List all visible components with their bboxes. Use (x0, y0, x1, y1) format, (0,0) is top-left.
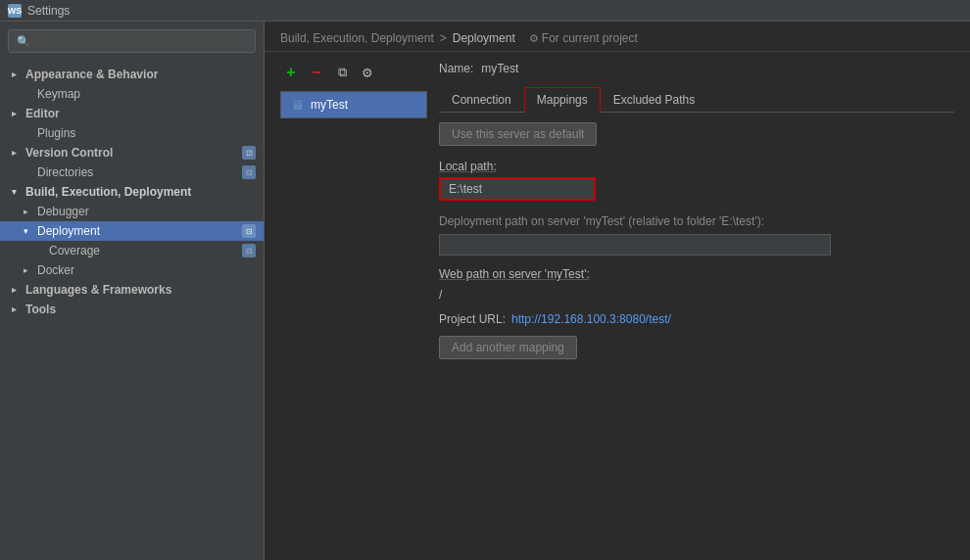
content-panel: Build, Execution, Deployment > Deploymen… (265, 22, 970, 560)
for-project-label: ⚙ For current project (529, 31, 638, 45)
chevron-icon: ▾ (24, 226, 33, 236)
sidebar-item-build-exec-deploy[interactable]: ▾ Build, Execution, Deployment (0, 182, 264, 202)
gear-icon: ⚙ (529, 32, 539, 45)
badge-icon: ⊡ (242, 244, 256, 257)
tab-mappings[interactable]: Mappings (524, 87, 601, 113)
sidebar-item-label: Languages & Frameworks (25, 283, 171, 297)
sidebar-item-version-control[interactable]: ▸ Version Control ⊡ (0, 143, 264, 163)
breadcrumb-path: Build, Execution, Deployment (280, 31, 434, 45)
chevron-icon: ▾ (12, 187, 22, 197)
chevron-icon: ▸ (12, 285, 22, 295)
right-panel: Name: myTest Connection Mappings Exclude… (439, 62, 954, 359)
deployment-path-input[interactable] (439, 234, 831, 256)
toolbar: + − ⧉ ⚙ (280, 62, 427, 83)
search-input[interactable] (36, 34, 247, 48)
sidebar-item-languages-frameworks[interactable]: ▸ Languages & Frameworks (0, 280, 264, 300)
sidebar-item-label: Directories (37, 165, 93, 179)
chevron-icon: ▸ (12, 109, 22, 118)
sidebar-item-label: Docker (37, 263, 74, 277)
breadcrumb: Build, Execution, Deployment > Deploymen… (265, 22, 970, 52)
chevron-icon: ▸ (12, 304, 22, 314)
web-path-label: Web path on server 'myTest': (439, 267, 954, 281)
server-name-label: myTest (311, 98, 348, 112)
name-row: Name: myTest (439, 62, 954, 75)
local-path-label: Local path: (439, 160, 954, 173)
sidebar-item-label: Keymap (37, 87, 80, 101)
sidebar-item-label: Version Control (25, 146, 113, 160)
sidebar-item-label: Editor (25, 107, 60, 120)
badge-icon: ⊡ (242, 165, 256, 179)
sidebar-item-directories[interactable]: Directories ⊡ (0, 163, 264, 182)
web-path-value: / (439, 285, 954, 304)
sidebar-item-docker[interactable]: ▸ Docker (0, 260, 264, 280)
sidebar-item-deployment[interactable]: ▾ Deployment ⊡ (0, 221, 264, 241)
sidebar-item-keymap[interactable]: Keymap (0, 84, 264, 104)
sidebar-item-label: Build, Execution, Deployment (25, 185, 191, 199)
sidebar-item-label: Deployment (37, 224, 100, 238)
search-icon: 🔍 (17, 35, 30, 48)
project-url-row: Project URL: http://192.168.100.3:8080/t… (439, 312, 954, 326)
badge-icon: ⊡ (242, 146, 256, 160)
server-list: 🖥 myTest (280, 91, 427, 118)
use-default-button[interactable]: Use this server as default (439, 122, 597, 146)
sidebar-item-editor[interactable]: ▸ Editor (0, 104, 264, 123)
copy-server-button[interactable]: ⧉ (331, 62, 353, 83)
sidebar-item-label: Plugins (37, 126, 75, 140)
tab-connection[interactable]: Connection (439, 87, 524, 112)
sidebar-item-debugger[interactable]: ▸ Debugger (0, 202, 264, 221)
title-bar-text: Settings (27, 4, 70, 18)
sidebar-item-coverage[interactable]: Coverage ⊡ (0, 241, 264, 260)
sidebar-item-label: Appearance & Behavior (25, 68, 158, 81)
title-bar: WS Settings (0, 0, 970, 22)
tab-excluded-paths[interactable]: Excluded Paths (601, 87, 707, 112)
chevron-icon: ▸ (24, 265, 33, 275)
tabs-row: Connection Mappings Excluded Paths (439, 87, 954, 113)
sidebar-item-label: Tools (25, 303, 56, 316)
local-path-input[interactable]: E:\test (439, 177, 596, 201)
badge-icon: ⊡ (242, 224, 256, 238)
sidebar-nav: ▸ Appearance & Behavior Keymap ▸ Editor … (0, 61, 264, 560)
server-list-panel: + − ⧉ ⚙ 🖥 myTest (280, 62, 427, 118)
deployment-path-label: Deployment path on server 'myTest' (rela… (439, 214, 954, 228)
sidebar-item-appearance[interactable]: ▸ Appearance & Behavior (0, 65, 264, 84)
breadcrumb-current: Deployment (453, 31, 515, 45)
chevron-icon: ▸ (12, 70, 22, 79)
sidebar-item-tools[interactable]: ▸ Tools (0, 300, 264, 319)
add-mapping-button[interactable]: Add another mapping (439, 336, 577, 359)
app-icon: WS (8, 4, 22, 18)
remove-server-button[interactable]: − (306, 62, 327, 83)
sidebar: 🔍 ▸ Appearance & Behavior Keymap ▸ Edito… (0, 22, 265, 560)
breadcrumb-separator: > (440, 31, 447, 45)
search-box[interactable]: 🔍 (8, 29, 256, 53)
more-options-button[interactable]: ⚙ (357, 62, 378, 83)
sidebar-item-label: Coverage (49, 244, 100, 257)
sidebar-item-plugins[interactable]: Plugins (0, 123, 264, 143)
name-field-label: Name: (439, 62, 473, 75)
main-layout: 🔍 ▸ Appearance & Behavior Keymap ▸ Edito… (0, 22, 970, 560)
chevron-icon: ▸ (12, 148, 22, 158)
project-url-label: Project URL: (439, 312, 506, 326)
chevron-icon: ▸ (24, 207, 33, 216)
two-col-layout: + − ⧉ ⚙ 🖥 myTest (280, 62, 954, 359)
content-body: + − ⧉ ⚙ 🖥 myTest (265, 52, 970, 560)
add-server-button[interactable]: + (280, 62, 302, 83)
name-field-value: myTest (481, 62, 518, 75)
server-list-item[interactable]: 🖥 myTest (281, 92, 426, 117)
project-url-link[interactable]: http://192.168.100.3:8080/test/ (511, 312, 671, 326)
sidebar-item-label: Debugger (37, 205, 89, 218)
server-icon: 🖥 (289, 97, 305, 113)
